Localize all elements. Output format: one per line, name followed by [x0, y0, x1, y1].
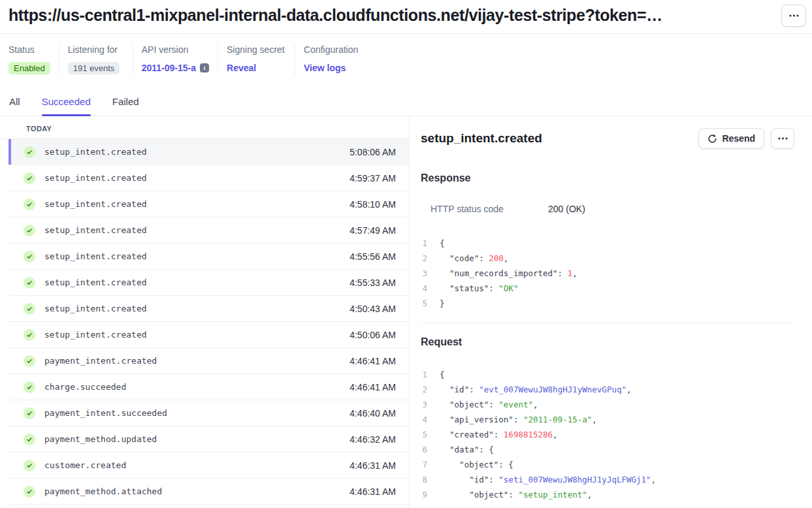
event-row[interactable]: setup_intent.created 4:55:56 AM [8, 244, 409, 270]
event-time: 4:50:43 AM [349, 304, 396, 314]
event-row[interactable]: payment_method.attached 4:46:31 AM [8, 479, 409, 505]
event-type: setup_intent.created [44, 173, 147, 183]
event-time: 4:50:06 AM [349, 330, 396, 340]
tab-all[interactable]: All [9, 96, 20, 116]
http-status-row: HTTP status code 200 (OK) [421, 204, 794, 214]
signing-secret-value[interactable]: Reveal [227, 63, 256, 73]
line-number: 2 [421, 253, 427, 263]
request-code-block: 1 { 2 "id": "evt_007WewuJW8hgHJ1yWnevGPu… [421, 367, 794, 502]
line-number: 4 [421, 283, 427, 293]
event-row[interactable]: setup_intent.created 4:57:49 AM [8, 217, 409, 244]
event-type: setup_intent.created [44, 199, 147, 209]
event-row[interactable]: setup_intent.created 4:55:33 AM [8, 270, 409, 296]
event-type: payment_intent.succeeded [44, 408, 167, 418]
detail-overflow-button[interactable] [771, 128, 794, 149]
code-text: { [440, 238, 445, 248]
status-column-status: Status Enabled [8, 44, 59, 75]
success-check-icon [24, 381, 35, 393]
resend-button[interactable]: Resend [698, 128, 764, 149]
http-status-value: 200 (OK) [548, 204, 585, 214]
tab-succeeded[interactable]: Succeeded [42, 96, 91, 116]
event-row[interactable]: setup_intent.created 4:50:06 AM [8, 322, 409, 348]
tab-label: Succeeded [42, 96, 91, 107]
line-number: 5 [421, 298, 427, 308]
event-type: setup_intent.created [44, 147, 147, 157]
status-value: Enabled [8, 62, 50, 74]
code-text: "data": { [440, 445, 494, 454]
code-line: 3 "object": "event", [421, 397, 794, 412]
event-row[interactable]: payment_method.updated 4:46:32 AM [8, 426, 409, 452]
success-check-icon [24, 434, 35, 445]
line-number: 2 [421, 385, 427, 394]
response-code-block: 1 { 2 "code": 200, 3 "num_records_import… [421, 236, 794, 311]
line-number: 9 [421, 490, 427, 500]
code-line: 3 "num_records_imported": 1, [421, 266, 794, 281]
code-text: "object": { [440, 460, 513, 469]
page-header: https://us-central1-mixpanel-internal-da… [0, 0, 812, 34]
line-number: 3 [421, 400, 427, 409]
success-check-icon [24, 303, 35, 315]
code-text: "created": 1698815286, [440, 430, 558, 439]
line-number: 7 [421, 460, 427, 469]
event-row[interactable]: payment_intent.succeeded 4:46:40 AM [8, 400, 409, 426]
api-version-value[interactable]: 2011-09-15-a [142, 63, 196, 73]
line-number: 3 [421, 268, 427, 278]
line-number: 8 [421, 475, 427, 484]
event-type: customer.created [44, 460, 126, 470]
code-line: 9 "object": "setup_intent", [421, 487, 794, 502]
event-row[interactable]: customer.created 4:46:31 AM [8, 452, 409, 479]
event-type: setup_intent.created [44, 304, 147, 313]
event-time: 4:46:32 AM [349, 434, 396, 445]
header-overflow-button[interactable] [781, 5, 806, 27]
event-row[interactable]: setup_intent.created 4:50:43 AM [8, 296, 409, 322]
event-time: 4:57:49 AM [349, 225, 396, 236]
selected-row-indicator [8, 139, 11, 165]
status-column-signing-secret: Signing secret Reveal [227, 44, 295, 75]
listening-for-value: 191 events [68, 62, 120, 74]
status-column-label: Listening for [68, 44, 124, 55]
request-section-heading: Request [421, 336, 794, 348]
line-number: 1 [421, 370, 427, 379]
code-line: 6 "data": { [421, 442, 794, 457]
code-line: 1 { [421, 236, 794, 251]
status-column-value-row: Enabled [8, 61, 50, 75]
code-line: 5 } [421, 296, 794, 311]
success-check-icon [24, 355, 35, 367]
configuration-value[interactable]: View logs [304, 63, 346, 73]
status-column-label: Status [8, 44, 50, 55]
event-time: 4:59:37 AM [349, 173, 396, 183]
content-area: TODAY setup_intent.created 5:08:06 AM se… [0, 116, 812, 508]
event-type: setup_intent.created [44, 251, 147, 261]
event-time: 5:08:06 AM [349, 147, 396, 157]
code-text: "code": 200, [440, 253, 508, 263]
code-text: } [440, 298, 445, 308]
code-text: "id": "seti_007WewuJW8hgHJ1yJqLFWGj1", [440, 475, 656, 484]
filter-tabs: All Succeeded Failed [0, 96, 812, 116]
success-check-icon [24, 198, 35, 210]
status-column-label: API version [142, 44, 209, 55]
code-text: "object": "setup_intent", [440, 490, 592, 500]
event-row[interactable]: charge.succeeded 4:46:41 AM [8, 374, 409, 400]
event-row[interactable]: setup_intent.created 4:58:10 AM [8, 191, 409, 217]
status-bar: Status Enabled Listening for 191 events … [0, 34, 812, 75]
success-check-icon [24, 225, 35, 236]
event-type: payment_method.updated [44, 434, 157, 444]
success-check-icon [24, 172, 35, 184]
code-text: "api_version": "2011-09-15-a", [440, 415, 597, 424]
event-type: setup_intent.created [44, 330, 147, 340]
code-text: "status": "OK" [440, 283, 518, 293]
success-check-icon [24, 460, 35, 471]
tab-label: Failed [112, 96, 139, 107]
refresh-icon [707, 134, 717, 144]
event-row[interactable]: setup_intent.created 4:59:37 AM [8, 165, 409, 191]
event-detail-panel: setup_intent.created Resend Response HTT… [410, 116, 812, 508]
event-group-label: TODAY [26, 125, 409, 138]
success-check-icon [24, 486, 35, 498]
event-row[interactable]: setup_intent.created 5:08:06 AM [8, 139, 409, 165]
tab-failed[interactable]: Failed [112, 96, 139, 116]
status-column-value-row: 191 events [68, 61, 124, 75]
event-list-panel: TODAY setup_intent.created 5:08:06 AM se… [0, 116, 410, 508]
event-type: setup_intent.created [44, 225, 147, 235]
ellipsis-icon [778, 137, 788, 140]
event-row[interactable]: payment_intent.created 4:46:41 AM [8, 348, 409, 374]
